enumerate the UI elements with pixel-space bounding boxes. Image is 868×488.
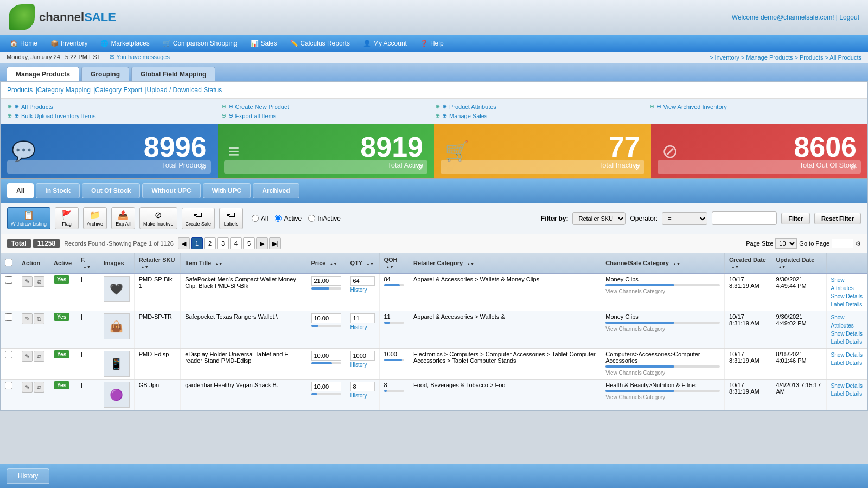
- link-category-export[interactable]: |Category Export: [93, 86, 142, 94]
- nav-inventory[interactable]: 📦 Inventory: [45, 37, 93, 49]
- row-select-0[interactable]: [5, 276, 12, 284]
- filter-tab-all[interactable]: All: [7, 183, 34, 198]
- qty-input-1[interactable]: [350, 313, 375, 323]
- active-badge-1[interactable]: Yes: [54, 313, 69, 321]
- action-create-product[interactable]: ⊕ Create New Product: [221, 103, 433, 110]
- filter-tab-with-upc[interactable]: With UPC: [203, 183, 251, 198]
- view-channels-link-0[interactable]: View Channels Category: [605, 288, 665, 294]
- flag-button[interactable]: 🚩 Flag: [55, 207, 79, 229]
- action-link-2-0[interactable]: Show Details: [831, 351, 863, 359]
- row-edit-icon-3[interactable]: ✎: [22, 382, 33, 393]
- tab-global-field-mapping[interactable]: Global Field Mapping: [131, 67, 215, 81]
- row-select-3[interactable]: [5, 382, 12, 389]
- stat-total-active[interactable]: ≡ 8919 Total Active ⚙: [218, 124, 435, 178]
- price-input-1[interactable]: [311, 313, 341, 323]
- price-input-2[interactable]: [311, 351, 341, 361]
- row-select-1[interactable]: [5, 313, 12, 321]
- messages-link[interactable]: ✉ You have messages: [110, 54, 170, 60]
- filter-button[interactable]: Filter: [781, 213, 810, 224]
- view-channels-link-2[interactable]: View Channels Category: [605, 370, 665, 376]
- row-copy-icon-3[interactable]: ⧉: [34, 382, 44, 393]
- action-link-3-1[interactable]: Label Details: [831, 390, 863, 398]
- reset-filter-button[interactable]: Reset Filter: [814, 213, 861, 224]
- radio-all[interactable]: All: [252, 215, 268, 222]
- page-3-button[interactable]: 3: [217, 237, 229, 249]
- radio-active[interactable]: Active: [275, 215, 302, 222]
- select-all-checkbox[interactable]: [5, 259, 12, 266]
- qty-history-link-2[interactable]: History: [350, 362, 375, 368]
- stat-out-of-stock[interactable]: ⊘ 8606 Total Out Of Stock ⚙: [651, 124, 868, 178]
- page-2-button[interactable]: 2: [204, 237, 216, 249]
- qty-input-3[interactable]: [350, 382, 375, 391]
- operator-select[interactable]: = != contains starts with: [662, 212, 707, 225]
- nav-marketplaces[interactable]: 🌐 Marketplaces: [95, 37, 155, 49]
- view-channels-link-1[interactable]: View Channels Category: [605, 326, 665, 332]
- row-copy-icon-1[interactable]: ⧉: [34, 313, 44, 324]
- action-view-archived[interactable]: ⊕ View Archived Inventory: [649, 103, 861, 110]
- action-product-attributes[interactable]: ⊕ Product Attributes: [435, 103, 647, 110]
- go-to-page-icon[interactable]: ⚙: [856, 240, 861, 247]
- row-edit-icon-2[interactable]: ✎: [22, 351, 33, 362]
- page-last-button[interactable]: ▶|: [269, 237, 281, 249]
- qty-history-link-0[interactable]: History: [350, 287, 375, 293]
- make-inactive-button[interactable]: ⊘ Make Inactive: [139, 207, 177, 229]
- link-category-mapping[interactable]: |Category Mapping: [36, 86, 91, 94]
- stat-total-inactive[interactable]: 🛒 77 Total Inactive ⚙: [434, 124, 651, 178]
- active-badge-0[interactable]: Yes: [54, 275, 69, 284]
- link-upload-status[interactable]: |Upload / Download Status: [145, 86, 222, 94]
- action-link-0-2[interactable]: Label Details: [831, 300, 863, 309]
- action-all-products[interactable]: ⊕ All Products: [7, 103, 219, 110]
- nav-sales[interactable]: 📊 Sales: [245, 37, 283, 49]
- page-next-button[interactable]: ▶: [256, 237, 268, 249]
- action-link-0-1[interactable]: Show Details: [831, 292, 863, 300]
- filter-field-select[interactable]: Retailer SKU Item Title Price QTY: [572, 212, 626, 225]
- row-copy-icon-2[interactable]: ⧉: [34, 351, 44, 362]
- page-5-button[interactable]: 5: [243, 237, 255, 249]
- withdraw-listing-button[interactable]: 📋 Withdraw Listing: [7, 207, 50, 229]
- create-sale-button[interactable]: 🏷 Create Sale: [182, 208, 215, 229]
- filter-tab-in-stock[interactable]: In Stock: [36, 183, 80, 198]
- row-edit-icon-0[interactable]: ✎: [22, 276, 33, 287]
- row-select-2[interactable]: [5, 351, 12, 358]
- action-link-2-1[interactable]: Label Details: [831, 359, 863, 367]
- price-input-3[interactable]: [311, 382, 341, 391]
- labels-button[interactable]: 🏷 Labels: [219, 208, 243, 229]
- active-badge-2[interactable]: Yes: [54, 350, 69, 358]
- nav-calculus[interactable]: ✏️ Calculus Reports: [285, 37, 355, 49]
- page-1-button[interactable]: 1: [191, 237, 203, 249]
- row-edit-icon-1[interactable]: ✎: [22, 313, 33, 324]
- page-first-button[interactable]: ◀: [178, 237, 190, 249]
- qty-input-2[interactable]: [350, 351, 375, 361]
- qty-history-link-1[interactable]: History: [350, 324, 375, 330]
- active-badge-3[interactable]: Yes: [54, 381, 69, 389]
- action-link-0-0[interactable]: Show Attributes: [831, 276, 863, 292]
- row-copy-icon-0[interactable]: ⧉: [34, 276, 44, 287]
- filter-tab-archived[interactable]: Archived: [253, 183, 299, 198]
- action-link-1-1[interactable]: Show Details: [831, 330, 863, 338]
- nav-account[interactable]: 👤 My Account: [358, 37, 412, 49]
- radio-inactive[interactable]: InActive: [308, 215, 341, 222]
- export-all-button[interactable]: 📤 Exp All: [111, 207, 135, 229]
- qty-input-0[interactable]: [350, 276, 375, 286]
- tab-manage-products[interactable]: Manage Products: [7, 67, 79, 81]
- qty-history-link-3[interactable]: History: [350, 393, 375, 399]
- price-input-0[interactable]: [311, 276, 341, 286]
- page-4-button[interactable]: 4: [230, 237, 242, 249]
- action-bulk-upload[interactable]: ⊕ Bulk Upload Inventory Items: [7, 112, 219, 119]
- stat-total-products[interactable]: 💬 8996 Total Products ⚙: [1, 124, 218, 178]
- tab-grouping[interactable]: Grouping: [81, 67, 129, 81]
- view-channels-link-3[interactable]: View Channels Category: [605, 394, 665, 400]
- go-to-page-input[interactable]: [832, 239, 853, 248]
- action-link-3-0[interactable]: Show Details: [831, 382, 863, 390]
- link-products[interactable]: Products: [7, 86, 33, 94]
- page-size-select[interactable]: 10 25 50 100: [775, 238, 797, 249]
- filter-value-input[interactable]: [712, 211, 777, 225]
- action-link-1-2[interactable]: Label Details: [831, 338, 863, 346]
- filter-tab-without-upc[interactable]: Without UPC: [142, 183, 200, 198]
- nav-comparison[interactable]: 🛒 Comparison Shopping: [157, 37, 243, 49]
- nav-help[interactable]: ❓ Help: [414, 37, 449, 49]
- action-manage-sales[interactable]: ⊕ Manage Sales: [435, 112, 647, 119]
- nav-home[interactable]: 🏠 Home: [4, 37, 43, 49]
- archive-button[interactable]: 📁 Archive: [83, 207, 107, 229]
- action-link-1-0[interactable]: Show Attributes: [831, 313, 863, 330]
